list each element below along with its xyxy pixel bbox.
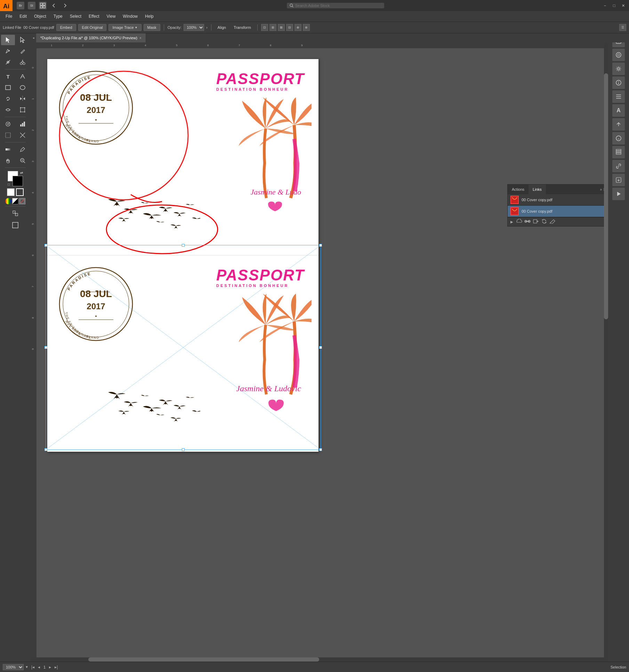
gradient-tool[interactable] — [1, 144, 15, 155]
zoom-select[interactable]: 100% — [3, 664, 24, 670]
type-tool[interactable]: T — [1, 71, 15, 82]
menu-effect[interactable]: Effect — [86, 13, 102, 20]
info-icon[interactable] — [612, 76, 625, 89]
slice-tool[interactable] — [16, 130, 30, 140]
align-center-icon[interactable]: ⊞ — [269, 24, 276, 31]
settings-icon[interactable] — [612, 63, 625, 75]
lines-icon[interactable] — [612, 90, 625, 103]
search-bar[interactable] — [287, 3, 384, 8]
warp-tool[interactable] — [1, 105, 15, 115]
type-icon[interactable]: A — [612, 104, 625, 117]
transform-obj-icon[interactable] — [8, 208, 22, 219]
layout-icon[interactable] — [39, 2, 47, 9]
stock-icon[interactable]: St — [28, 2, 35, 9]
align-label[interactable]: Align — [215, 24, 229, 31]
play-icon[interactable] — [612, 188, 625, 200]
select-tool[interactable] — [1, 35, 15, 45]
libraries-icon[interactable] — [612, 49, 625, 61]
reflect-tool[interactable] — [16, 93, 30, 104]
panel-expand-icon[interactable]: » — [600, 188, 602, 191]
refresh-icon[interactable] — [541, 219, 547, 225]
reset-colors-icon[interactable]: □ — [8, 182, 10, 186]
transform-label[interactable]: Transform — [231, 24, 254, 31]
hand-tool[interactable] — [1, 155, 15, 166]
menu-icon[interactable]: ☰ — [619, 24, 626, 31]
menu-view[interactable]: View — [104, 13, 119, 20]
color-selector[interactable]: ⇄ □ — [8, 171, 23, 186]
close-button[interactable]: ✕ — [620, 2, 626, 9]
zoom-tool[interactable] — [16, 155, 30, 166]
image-trace-button[interactable]: Image Trace ▼ — [108, 24, 141, 31]
rect-tool[interactable] — [1, 82, 15, 93]
menu-file[interactable]: File — [3, 13, 15, 20]
active-tab[interactable]: *Duplicating 2-Up File.ai* @ 100% (CMYK/… — [36, 33, 146, 42]
cloud-icon[interactable] — [516, 219, 522, 225]
search-input[interactable] — [295, 3, 381, 8]
scissors-tool[interactable] — [16, 57, 30, 67]
link-icon[interactable] — [612, 160, 625, 172]
arrow-back-icon[interactable] — [50, 2, 58, 9]
export-icon[interactable] — [612, 174, 625, 186]
align-middle-icon[interactable]: ⊕ — [295, 24, 301, 31]
transform-right-icon[interactable] — [612, 118, 625, 131]
edit-original-button[interactable]: Edit Original — [78, 24, 107, 31]
pencil-tool[interactable] — [16, 46, 30, 56]
rotate-tool[interactable] — [1, 93, 15, 104]
add-anchor-tool[interactable] — [1, 57, 15, 67]
appearance-icon[interactable] — [612, 132, 625, 145]
nav-first-button[interactable]: |◂ — [30, 664, 36, 670]
align-bottom-icon[interactable]: ⊗ — [303, 24, 310, 31]
mask-button[interactable]: Mask — [144, 24, 160, 31]
menu-object[interactable]: Object — [31, 13, 49, 20]
bridge-icon[interactable]: Br — [17, 2, 24, 9]
embed-button[interactable]: Embed — [56, 24, 76, 31]
screen-mode-icon[interactable] — [8, 220, 22, 230]
menu-window[interactable]: Window — [120, 13, 140, 20]
none-fill-icon[interactable] — [19, 198, 25, 204]
nav-last-button[interactable]: ▸| — [53, 664, 59, 670]
align-left-icon[interactable]: ⊡ — [261, 24, 268, 31]
v-scrollbar-thumb[interactable] — [604, 73, 608, 319]
type-options-tool[interactable] — [16, 71, 30, 82]
maximize-button[interactable]: □ — [611, 2, 617, 9]
horizontal-scrollbar[interactable] — [31, 657, 608, 662]
links-tab[interactable]: Links — [529, 185, 546, 194]
symbol-tool[interactable] — [1, 119, 15, 129]
link-row-1[interactable]: 00 Cover copy.pdf — [508, 194, 608, 206]
stroke-indicator[interactable] — [16, 188, 24, 196]
link-row-2[interactable]: 00 Cover copy.pdf — [508, 206, 608, 217]
relink-icon[interactable] — [533, 219, 539, 225]
h-scrollbar-thumb[interactable] — [88, 657, 319, 662]
direct-select-tool[interactable] — [16, 35, 30, 45]
background-color[interactable] — [13, 176, 23, 186]
tab-close-button[interactable]: × — [139, 36, 142, 40]
layer-icon[interactable] — [612, 146, 625, 158]
panel-collapse-arrow[interactable]: ▶ — [510, 220, 513, 224]
actions-tab[interactable]: Actions — [508, 185, 529, 194]
tab-scroll-left[interactable]: ◂ — [31, 33, 36, 42]
minimize-button[interactable]: − — [602, 2, 608, 9]
menu-edit[interactable]: Edit — [17, 13, 30, 20]
swap-colors-icon[interactable]: ⇄ — [20, 171, 23, 175]
nav-prev-button[interactable]: ◂ — [37, 664, 41, 670]
edit-panel-icon[interactable] — [549, 219, 556, 225]
pen-tool[interactable] — [1, 46, 15, 56]
opacity-select[interactable]: 100% — [184, 24, 204, 31]
color-mode-icon[interactable] — [5, 198, 11, 204]
gradient-fill-icon[interactable] — [12, 198, 18, 204]
arrow-forward-icon[interactable] — [61, 2, 69, 9]
menu-help[interactable]: Help — [142, 13, 156, 20]
vertical-scrollbar[interactable] — [604, 42, 608, 657]
menu-type[interactable]: Type — [51, 13, 65, 20]
align-top-icon[interactable]: ⊟ — [286, 24, 293, 31]
zoom-dropdown-arrow[interactable]: ▼ — [25, 665, 29, 669]
graph-tool[interactable] — [16, 119, 30, 129]
eyedropper-tool[interactable] — [16, 144, 30, 155]
ellipse-tool[interactable] — [16, 82, 30, 93]
align-right-icon[interactable]: ⊠ — [278, 24, 285, 31]
artboard-tool[interactable] — [1, 130, 15, 140]
chain-icon[interactable] — [524, 219, 531, 225]
nav-next-button[interactable]: ▸ — [48, 664, 53, 670]
free-transform-tool[interactable] — [16, 105, 30, 115]
menu-select[interactable]: Select — [67, 13, 84, 20]
